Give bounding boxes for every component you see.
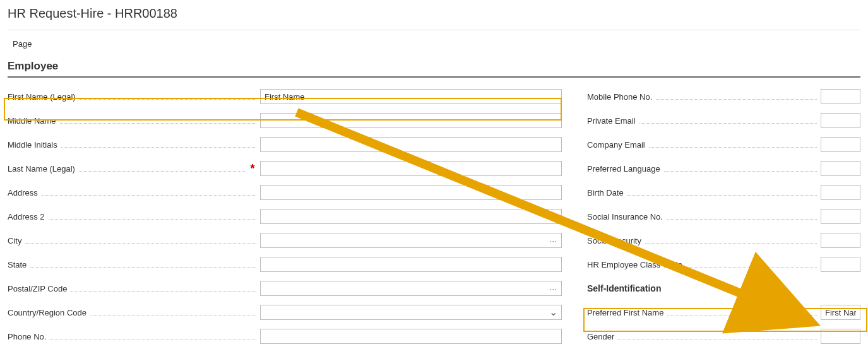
last-name-legal-input[interactable] [260, 161, 562, 176]
chevron-down-icon[interactable]: ⌄ [547, 305, 559, 320]
label-last-name-legal: Last Name (Legal) [8, 164, 75, 174]
row-preferred-language: Preferred Language [587, 161, 860, 176]
dot-leader [80, 93, 256, 100]
label-area: Country/Region Code [8, 308, 260, 317]
row-address-2: Address 2 [8, 209, 562, 224]
label-social-insurance-no: Social Insurance No. [587, 212, 663, 221]
row-postal-zip-code: Postal/ZIP Code··· [8, 281, 562, 296]
form-grid: First Name (Legal)Middle NameMiddle Init… [8, 89, 860, 344]
label-preferred-language: Preferred Language [587, 164, 660, 174]
dot-leader [90, 309, 256, 316]
postal-zip-code-input[interactable] [260, 281, 562, 296]
input-wrap-preferred-first-name [821, 305, 860, 320]
input-wrap-phone-no [260, 329, 562, 344]
preferred-language-input[interactable] [821, 161, 860, 176]
label-country-region-code: Country/Region Code [8, 308, 86, 317]
label-mobile-phone-no: Mobile Phone No. [587, 92, 652, 102]
input-wrap-first-name-legal [260, 89, 562, 104]
gender-input[interactable] [821, 329, 860, 344]
ellipsis-icon[interactable]: ··· [547, 281, 559, 296]
country-region-code-input[interactable] [260, 305, 562, 320]
label-preferred-first-name: Preferred First Name [587, 308, 663, 317]
subheading-self-identification: Self-Identification [587, 281, 860, 296]
label-area: Mobile Phone No. [587, 92, 821, 102]
row-state: State [8, 257, 562, 272]
dot-leader [61, 141, 256, 148]
row-last-name-legal: Last Name (Legal)* [8, 161, 562, 176]
dot-leader [618, 333, 817, 339]
label-area: City [8, 236, 260, 245]
input-wrap-state [260, 257, 562, 272]
dot-leader [645, 237, 817, 244]
label-hr-employee-class-code: HR Employee Class Code [587, 260, 682, 269]
ellipsis-icon[interactable]: ··· [547, 233, 559, 248]
dot-leader [42, 189, 256, 196]
social-security-input[interactable] [821, 233, 860, 248]
input-wrap-last-name-legal [260, 161, 562, 176]
row-middle-name: Middle Name [8, 113, 562, 128]
hr-employee-class-code-input[interactable] [821, 257, 860, 272]
label-area: Last Name (Legal)* [8, 162, 260, 175]
phone-no-input[interactable] [260, 329, 562, 344]
dot-leader [60, 117, 256, 124]
input-wrap-hr-employee-class-code [821, 257, 860, 272]
label-area: Postal/ZIP Code [8, 284, 260, 293]
label-area: Middle Initials [8, 140, 260, 150]
dot-leader [686, 261, 817, 268]
row-company-email: Company Email [587, 137, 860, 152]
row-social-insurance-no: Social Insurance No. [587, 209, 860, 224]
toolbar-page[interactable]: Page [8, 30, 860, 57]
address-input[interactable] [260, 185, 562, 200]
dot-leader [71, 285, 256, 292]
column-right: Mobile Phone No.Private EmailCompany Ema… [587, 89, 860, 344]
input-wrap-social-security [821, 233, 860, 248]
dot-leader [50, 333, 256, 339]
row-mobile-phone-no: Mobile Phone No. [587, 89, 860, 104]
input-wrap-birth-date [821, 185, 860, 200]
page-title: HR Request-Hire - HRR00188 [8, 0, 860, 30]
label-area: State [8, 260, 260, 269]
dot-leader [649, 141, 817, 148]
label-area: Preferred Language [587, 164, 821, 174]
birth-date-input[interactable] [821, 185, 860, 200]
label-state: State [8, 260, 27, 269]
input-wrap-social-insurance-no [821, 209, 860, 224]
row-hr-employee-class-code: HR Employee Class Code [587, 257, 860, 272]
private-email-input[interactable] [821, 113, 860, 128]
label-middle-initials: Middle Initials [8, 140, 57, 150]
mobile-phone-no-input[interactable] [821, 89, 860, 104]
dot-leader [79, 165, 245, 172]
row-middle-initials: Middle Initials [8, 137, 562, 152]
input-wrap-address [260, 185, 562, 200]
label-company-email: Company Email [587, 140, 645, 150]
input-wrap-postal-zip-code: ··· [260, 281, 562, 296]
city-input[interactable] [260, 233, 562, 248]
social-insurance-no-input[interactable] [821, 209, 860, 224]
input-wrap-address-2 [260, 209, 562, 224]
row-country-region-code: Country/Region Code⌄ [8, 305, 562, 320]
label-social-security: Social Security [587, 236, 641, 245]
section-header-employee: Employee [8, 60, 860, 78]
input-wrap-middle-name [260, 113, 562, 128]
middle-initials-input[interactable] [260, 137, 562, 152]
dot-leader [639, 117, 817, 124]
label-postal-zip-code: Postal/ZIP Code [8, 284, 67, 293]
label-area: Private Email [587, 116, 821, 126]
preferred-first-name-input[interactable] [821, 305, 860, 320]
input-wrap-gender [821, 329, 860, 344]
label-area: Company Email [587, 140, 821, 150]
state-input[interactable] [260, 257, 562, 272]
dot-leader [667, 309, 817, 316]
row-address: Address [8, 185, 562, 200]
row-birth-date: Birth Date [587, 185, 860, 200]
middle-name-input[interactable] [260, 113, 562, 128]
input-wrap-private-email [821, 113, 860, 128]
dot-leader [49, 213, 256, 220]
required-asterisk: * [249, 162, 256, 175]
column-left: First Name (Legal)Middle NameMiddle Init… [8, 89, 562, 344]
first-name-legal-input[interactable] [260, 89, 562, 104]
company-email-input[interactable] [821, 137, 860, 152]
address-2-input[interactable] [260, 209, 562, 224]
label-area: First Name (Legal) [8, 92, 260, 102]
dot-leader [25, 237, 256, 244]
